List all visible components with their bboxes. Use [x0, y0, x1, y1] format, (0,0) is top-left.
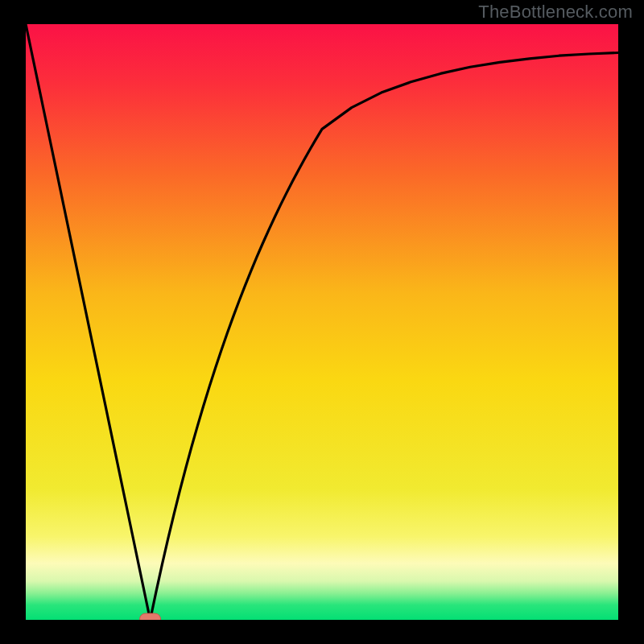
chart-frame — [26, 24, 618, 620]
svg-rect-0 — [26, 24, 618, 620]
optimal-marker — [140, 613, 161, 620]
chart-svg — [26, 24, 618, 620]
chart-plot-area — [26, 24, 618, 620]
watermark-text: TheBottleneck.com — [478, 2, 633, 23]
